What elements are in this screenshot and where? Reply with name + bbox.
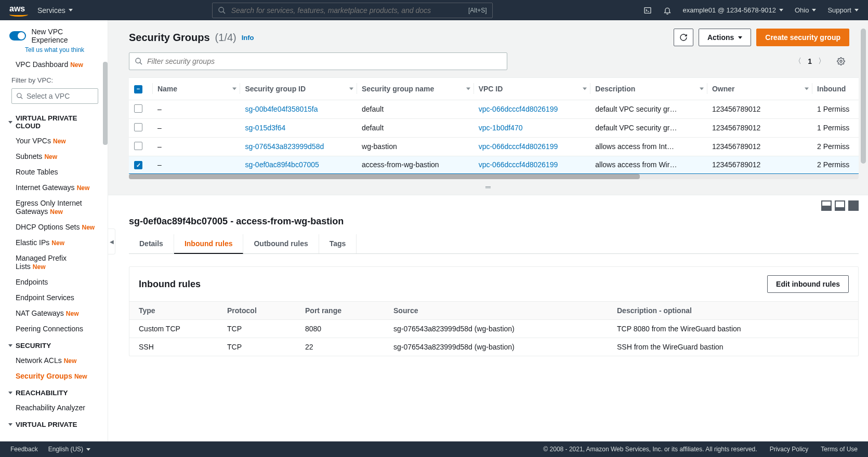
sidebar-scrollbar[interactable] [103, 62, 108, 145]
new-experience-toggle[interactable] [9, 31, 26, 41]
sidebar-item-endpoints[interactable]: Endpoints [0, 274, 108, 290]
section-vpn[interactable]: VIRTUAL PRIVATE [0, 415, 108, 432]
panel-full-icon[interactable] [848, 200, 859, 211]
sidebar-item-nat[interactable]: NAT GatewaysNew [0, 305, 108, 321]
vpc-id-link[interactable]: vpc-066dcccf4d8026199 [474, 137, 590, 156]
sidebar-item-dashboard[interactable]: VPC DashboardNew [0, 57, 108, 72]
rules-col-desc: Description - optional [608, 302, 858, 320]
language-menu[interactable]: English (US) [48, 446, 90, 453]
terms-link[interactable]: Terms of Use [821, 446, 858, 453]
tab-inbound[interactable]: Inbound rules [174, 234, 244, 254]
global-search[interactable]: [Alt+S] [212, 3, 493, 18]
sidebar-item-prefix-lists[interactable]: Managed Prefix ListsNew [0, 250, 108, 274]
actions-button[interactable]: Actions [699, 29, 751, 46]
support-menu[interactable]: Support [827, 6, 859, 14]
page-prev[interactable]: 〈 [794, 57, 801, 66]
table-row[interactable]: ✓–sg-0ef0ac89f4bc07005access-from-wg-bas… [129, 156, 859, 174]
col-name[interactable]: Name [152, 78, 240, 100]
svg-point-8 [840, 60, 842, 62]
table-settings-button[interactable] [833, 53, 849, 70]
row-checkbox[interactable]: ✓ [134, 161, 142, 169]
sidebar-item-subnets[interactable]: SubnetsNew [0, 149, 108, 164]
col-owner[interactable]: Owner [707, 78, 812, 100]
vpc-id-link[interactable]: vpc-066dcccf4d8026199 [474, 100, 590, 118]
sg-id-link[interactable]: sg-015d3f64 [240, 118, 357, 137]
info-link[interactable]: Info [242, 34, 254, 42]
sidebar-item-eips[interactable]: Elastic IPsNew [0, 235, 108, 250]
col-inbound[interactable]: Inbound [812, 78, 859, 100]
sidebar-collapse-handle[interactable]: ◀ [108, 228, 115, 254]
svg-rect-2 [645, 7, 651, 13]
vpc-id-link[interactable]: vpc-066dcccf4d8026199 [474, 156, 590, 174]
selection-count: (1/4) [215, 32, 236, 44]
create-sg-button[interactable]: Create security group [756, 29, 849, 46]
select-all-checkbox[interactable]: − [134, 85, 142, 93]
tab-tags[interactable]: Tags [319, 234, 357, 253]
vpc-id-link[interactable]: vpc-1b0df470 [474, 118, 590, 137]
table-row[interactable]: –sg-015d3f64defaultvpc-1b0df470default V… [129, 118, 859, 137]
row-checkbox[interactable] [134, 123, 142, 131]
footer: Feedback English (US) © 2008 - 2021, Ama… [0, 441, 868, 457]
search-shortcut: [Alt+S] [468, 7, 487, 14]
panel-splitter[interactable]: ═ [108, 179, 868, 195]
table-hscroll[interactable] [129, 174, 859, 179]
region-menu[interactable]: Ohio [795, 6, 816, 14]
security-groups-table: − Name Security group ID Security group … [129, 77, 859, 174]
services-menu[interactable]: Services [37, 6, 73, 15]
sidebar-item-nacls[interactable]: Network ACLsNew [0, 353, 108, 368]
rules-heading: Inbound rules [139, 279, 201, 290]
search-icon [135, 57, 143, 65]
detail-title: sg-0ef0ac89f4bc07005 - access-from-wg-ba… [129, 213, 859, 234]
refresh-icon [679, 33, 688, 42]
aws-logo[interactable]: aws [9, 4, 28, 17]
account-menu[interactable]: example01 @ 1234-5678-9012 [683, 6, 783, 14]
table-row[interactable]: –sg-076543a823999d58dwg-bastionvpc-066dc… [129, 137, 859, 156]
feedback-link[interactable]: Tell us what you think [0, 46, 108, 53]
sidebar-item-security-groups[interactable]: Security GroupsNew [0, 368, 108, 384]
sidebar-item-dhcp[interactable]: DHCP Options SetsNew [0, 219, 108, 235]
sidebar-item-endpoint-services[interactable]: Endpoint Services [0, 290, 108, 305]
tab-details[interactable]: Details [129, 234, 174, 253]
search-icon [218, 6, 226, 15]
rules-col-protocol: Protocol [218, 302, 296, 320]
section-vpc[interactable]: VIRTUAL PRIVATE CLOUD [0, 109, 108, 133]
section-security[interactable]: SECURITY [0, 337, 108, 353]
rules-col-port: Port range [296, 302, 384, 320]
feedback-link[interactable]: Feedback [10, 446, 38, 453]
sg-id-link[interactable]: sg-076543a823999d58d [240, 137, 357, 156]
table-row[interactable]: –sg-00b4fe04f358015fadefaultvpc-066dcccf… [129, 100, 859, 118]
refresh-button[interactable] [674, 29, 693, 46]
col-sgid[interactable]: Security group ID [240, 78, 357, 100]
col-sgname[interactable]: Security group name [357, 78, 474, 100]
vpc-filter-input[interactable]: Select a VPC [11, 88, 98, 104]
sidebar-item-igw[interactable]: Internet GatewaysNew [0, 180, 108, 195]
section-reachability[interactable]: REACHABILITY [0, 384, 108, 400]
sidebar: New VPC Experience Tell us what you thin… [0, 20, 108, 441]
sg-id-link[interactable]: sg-00b4fe04f358015fa [240, 100, 357, 118]
panel-bottom-icon[interactable] [835, 200, 845, 211]
col-desc[interactable]: Description [590, 78, 707, 100]
sidebar-item-egress-igw[interactable]: Egress Only Internet GatewaysNew [0, 195, 108, 219]
filter-input[interactable] [129, 52, 507, 70]
edit-inbound-button[interactable]: Edit inbound rules [767, 275, 849, 293]
cloudshell-icon[interactable] [643, 6, 652, 15]
privacy-link[interactable]: Privacy Policy [770, 446, 809, 453]
row-checkbox[interactable] [134, 142, 142, 150]
notifications-icon[interactable] [663, 6, 672, 15]
search-input[interactable] [231, 6, 463, 15]
sidebar-item-your-vpcs[interactable]: Your VPCsNew [0, 133, 108, 149]
sg-id-link[interactable]: sg-0ef0ac89f4bc07005 [240, 156, 357, 174]
sidebar-item-route-tables[interactable]: Route Tables [0, 164, 108, 180]
col-vpc[interactable]: VPC ID [474, 78, 590, 100]
svg-line-5 [21, 97, 23, 99]
tab-outbound[interactable]: Outbound rules [243, 234, 319, 253]
panel-half-icon[interactable] [821, 200, 832, 211]
row-checkbox[interactable] [134, 104, 142, 113]
sidebar-item-peering[interactable]: Peering Connections [0, 321, 108, 337]
page-next[interactable]: 〉 [818, 57, 825, 66]
rule-row: SSHTCP22sg-076543a823999d58d (wg-bastion… [129, 338, 858, 356]
main-content: Security Groups (1/4) Info Actions Creat… [108, 20, 868, 441]
sidebar-item-reachability[interactable]: Reachability Analyzer [0, 400, 108, 415]
svg-point-4 [17, 93, 21, 98]
main-scrollbar[interactable] [861, 29, 866, 164]
